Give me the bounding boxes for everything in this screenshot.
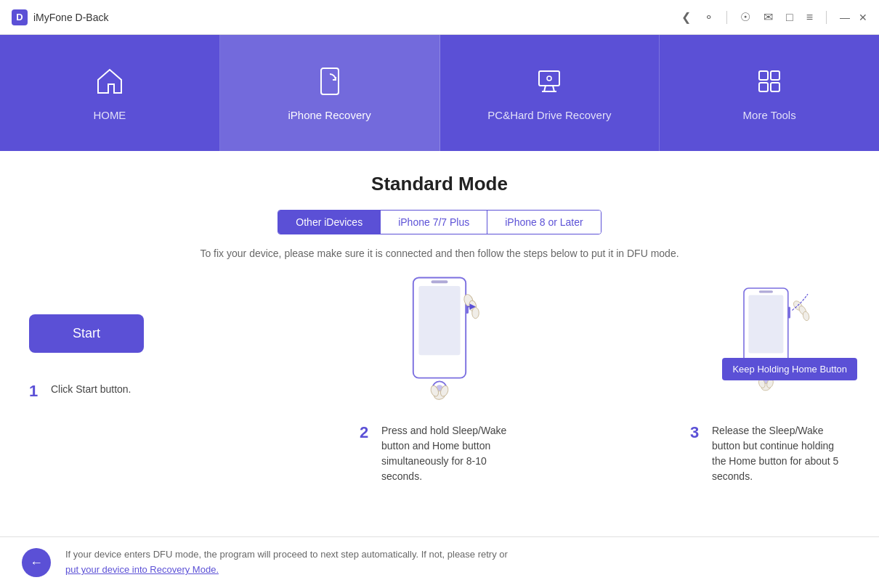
- bottom-bar: ← If your device enters DFU mode, the pr…: [0, 536, 879, 588]
- nav-item-iphone-recovery[interactable]: iPhone Recovery: [220, 35, 440, 151]
- bottom-main-text: If your device enters DFU mode, the prog…: [65, 549, 508, 560]
- step-1-number: 1: [29, 382, 44, 401]
- window-controls: ― ✕: [840, 12, 867, 23]
- nav-label-iphone-recovery: iPhone Recovery: [288, 109, 371, 121]
- step-2-number: 2: [360, 423, 374, 442]
- nav-label-home: HOME: [93, 109, 126, 121]
- phone-step3-illustration: [712, 271, 828, 416]
- title-bar-left: D iMyFone D-Back: [12, 9, 108, 25]
- step-2-section: 2 Press and hold Sleep/Wake button and H…: [360, 271, 519, 484]
- svg-point-3: [547, 76, 551, 81]
- title-bar: D iMyFone D-Back ❮ ⚬ ☉ ✉ □ ≡ ― ✕: [0, 0, 879, 35]
- hold-badge: Keep Holding Home Button: [722, 358, 857, 380]
- chat-icon[interactable]: □: [786, 11, 793, 24]
- step-1-desc: 1 Click Start button.: [29, 382, 131, 401]
- nav-item-pc-recovery[interactable]: PC&Hard Drive Recovery: [440, 35, 660, 151]
- svg-rect-4: [759, 71, 768, 80]
- back-arrow-icon: ←: [30, 555, 43, 571]
- grid-icon: [753, 65, 785, 102]
- nav-item-more-tools[interactable]: More Tools: [660, 35, 879, 151]
- step-3-section: Keep Holding Home Button 3 Release the S…: [690, 271, 850, 484]
- svg-rect-5: [771, 71, 779, 80]
- tab-iphone-77plus[interactable]: iPhone 7/7 Plus: [380, 211, 487, 234]
- step-3-number: 3: [690, 423, 705, 442]
- nav-item-home[interactable]: HOME: [0, 35, 220, 151]
- back-button[interactable]: ←: [22, 548, 51, 577]
- recovery-mode-link[interactable]: put your device into Recovery Mode.: [65, 564, 219, 575]
- main-content: Standard Mode Other iDevices iPhone 7/7 …: [0, 151, 879, 588]
- tab-other-idevices[interactable]: Other iDevices: [278, 211, 380, 234]
- account-icon[interactable]: ⚬: [704, 10, 713, 24]
- nav-label-more-tools: More Tools: [743, 109, 796, 121]
- svg-rect-10: [432, 280, 448, 283]
- close-icon[interactable]: ✕: [859, 12, 867, 23]
- nav-bar: HOME iPhone Recovery PC&Hard Drive Recov…: [0, 35, 879, 151]
- svg-rect-22: [748, 295, 783, 354]
- share-icon[interactable]: ❮: [681, 10, 691, 24]
- phone-step2-illustration: [381, 271, 498, 416]
- tab-iphone-8-later[interactable]: iPhone 8 or Later: [487, 211, 600, 234]
- step-1-text: Click Start button.: [51, 382, 131, 397]
- step-3-text: Release the Sleep/Wake button but contin…: [712, 423, 850, 484]
- pin-icon: [533, 65, 565, 102]
- step-1-section: Start 1 Click Start button.: [29, 271, 189, 401]
- start-button[interactable]: Start: [29, 314, 144, 353]
- recovery-icon: [314, 65, 346, 102]
- mode-title: Standard Mode: [371, 173, 508, 195]
- standard-mode-section: Standard Mode Other iDevices iPhone 7/7 …: [0, 151, 879, 536]
- app-icon: D: [12, 9, 28, 25]
- instruction-text: To fix your device, please make sure it …: [200, 248, 679, 259]
- svg-rect-23: [759, 290, 773, 293]
- step-3-desc: 3 Release the Sleep/Wake button but cont…: [690, 423, 850, 484]
- menu-icon[interactable]: ≡: [806, 11, 813, 24]
- svg-rect-7: [771, 83, 779, 91]
- separator: [726, 11, 727, 24]
- settings-icon[interactable]: ☉: [740, 10, 750, 24]
- steps-area: Start 1 Click Start button.: [29, 271, 850, 529]
- home-icon: [94, 65, 126, 102]
- svg-rect-9: [418, 286, 460, 355]
- separator2: [826, 11, 827, 24]
- mail-icon[interactable]: ✉: [763, 10, 773, 24]
- minimize-icon[interactable]: ―: [840, 12, 850, 23]
- step-2-text: Press and hold Sleep/Wake button and Hom…: [381, 423, 519, 484]
- svg-rect-1: [539, 71, 559, 86]
- device-tabs: Other iDevices iPhone 7/7 Plus iPhone 8 …: [278, 210, 601, 234]
- svg-rect-26: [788, 307, 790, 319]
- svg-rect-0: [321, 68, 339, 94]
- bottom-info-text: If your device enters DFU mode, the prog…: [65, 547, 508, 578]
- title-bar-actions: ❮ ⚬ ☉ ✉ □ ≡ ― ✕: [681, 10, 867, 24]
- svg-rect-6: [759, 83, 768, 91]
- step-2-desc: 2 Press and hold Sleep/Wake button and H…: [360, 423, 519, 484]
- nav-label-pc-recovery: PC&Hard Drive Recovery: [487, 109, 611, 121]
- app-title: iMyFone D-Back: [33, 12, 108, 23]
- svg-point-16: [472, 307, 479, 318]
